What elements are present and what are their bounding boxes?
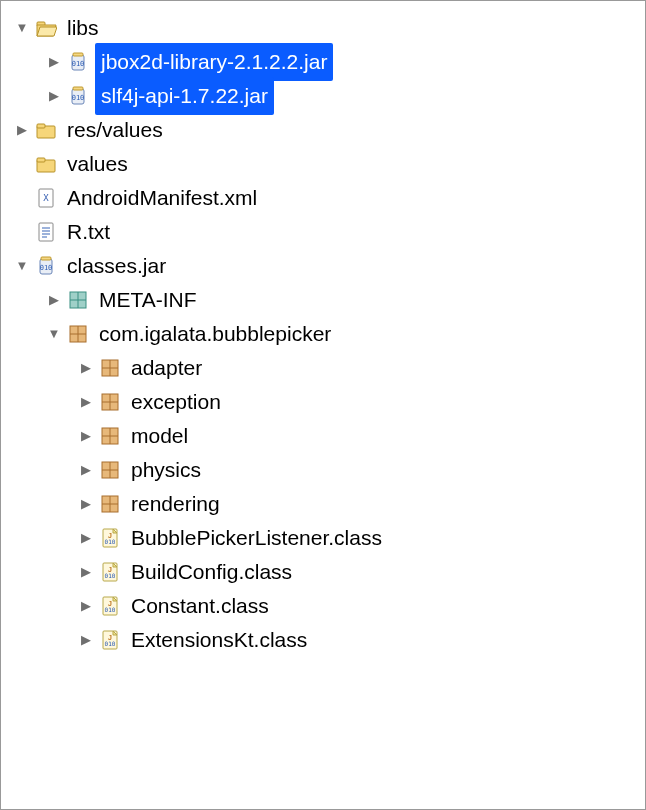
tree-item-label: BuildConfig.class [127, 555, 296, 589]
tree-item-resvalues[interactable]: ▶res/values [9, 113, 637, 147]
tree-item-values[interactable]: ▶values [9, 147, 637, 181]
txt-icon [35, 221, 57, 243]
package-icon [99, 459, 121, 481]
tree-item-libs[interactable]: ▼libs [9, 11, 637, 45]
package-icon [99, 357, 121, 379]
tree-item-rtxt[interactable]: ▶R.txt [9, 215, 637, 249]
file-tree[interactable]: ▼libs▶jbox2d-library-2.1.2.2.jar▶slf4j-a… [9, 11, 637, 657]
tree-item-slf4j[interactable]: ▶slf4j-api-1.7.22.jar [9, 79, 637, 113]
tree-item-label: rendering [127, 487, 224, 521]
tree-item-label: physics [127, 453, 205, 487]
package-blue-icon [67, 289, 89, 311]
jar-icon [67, 85, 89, 107]
chevron-down-icon[interactable]: ▼ [13, 11, 31, 45]
chevron-right-icon[interactable]: ▶ [77, 453, 95, 487]
jar-icon [67, 51, 89, 73]
package-icon [99, 493, 121, 515]
chevron-right-icon[interactable]: ▶ [45, 45, 63, 79]
tree-item-extkt[interactable]: ▶ExtensionsKt.class [9, 623, 637, 657]
tree-item-label: values [63, 147, 132, 181]
folder-icon [35, 119, 57, 141]
folder-open-icon [35, 17, 57, 39]
tree-item-buildconfig[interactable]: ▶BuildConfig.class [9, 555, 637, 589]
tree-item-physics[interactable]: ▶physics [9, 453, 637, 487]
chevron-right-icon[interactable]: ▶ [77, 623, 95, 657]
package-icon [67, 323, 89, 345]
chevron-right-icon[interactable]: ▶ [77, 385, 95, 419]
tree-item-label: model [127, 419, 192, 453]
tree-item-classesjar[interactable]: ▼classes.jar [9, 249, 637, 283]
tree-item-adapter[interactable]: ▶adapter [9, 351, 637, 385]
tree-item-label: R.txt [63, 215, 114, 249]
package-icon [99, 425, 121, 447]
class-icon [99, 527, 121, 549]
chevron-right-icon[interactable]: ▶ [77, 589, 95, 623]
tree-item-label: AndroidManifest.xml [63, 181, 261, 215]
tree-item-constant[interactable]: ▶Constant.class [9, 589, 637, 623]
chevron-right-icon[interactable]: ▶ [13, 113, 31, 147]
tree-item-label: BubblePickerListener.class [127, 521, 386, 555]
tree-item-label: libs [63, 11, 103, 45]
package-icon [99, 391, 121, 413]
chevron-down-icon[interactable]: ▼ [45, 317, 63, 351]
tree-item-label: exception [127, 385, 225, 419]
chevron-right-icon[interactable]: ▶ [77, 351, 95, 385]
chevron-down-icon[interactable]: ▼ [13, 249, 31, 283]
xml-icon [35, 187, 57, 209]
folder-icon [35, 153, 57, 175]
chevron-right-icon[interactable]: ▶ [45, 79, 63, 113]
tree-item-rootpkg[interactable]: ▼com.igalata.bubblepicker [9, 317, 637, 351]
tree-item-label: slf4j-api-1.7.22.jar [95, 77, 274, 115]
tree-item-manifest[interactable]: ▶AndroidManifest.xml [9, 181, 637, 215]
tree-item-metainf[interactable]: ▶META-INF [9, 283, 637, 317]
chevron-right-icon[interactable]: ▶ [77, 487, 95, 521]
tree-item-label: classes.jar [63, 249, 170, 283]
tree-item-label: com.igalata.bubblepicker [95, 317, 335, 351]
tree-item-label: res/values [63, 113, 167, 147]
tree-item-label: META-INF [95, 283, 201, 317]
tree-item-label: Constant.class [127, 589, 273, 623]
tree-item-label: jbox2d-library-2.1.2.2.jar [95, 43, 333, 81]
file-tree-panel: ▼libs▶jbox2d-library-2.1.2.2.jar▶slf4j-a… [0, 0, 646, 810]
tree-item-model[interactable]: ▶model [9, 419, 637, 453]
chevron-right-icon[interactable]: ▶ [77, 419, 95, 453]
class-icon [99, 561, 121, 583]
tree-item-label: ExtensionsKt.class [127, 623, 311, 657]
chevron-right-icon[interactable]: ▶ [45, 283, 63, 317]
tree-item-exception[interactable]: ▶exception [9, 385, 637, 419]
tree-item-bplistener[interactable]: ▶BubblePickerListener.class [9, 521, 637, 555]
chevron-right-icon[interactable]: ▶ [77, 521, 95, 555]
chevron-right-icon[interactable]: ▶ [77, 555, 95, 589]
jar-icon [35, 255, 57, 277]
tree-item-jbox2d[interactable]: ▶jbox2d-library-2.1.2.2.jar [9, 45, 637, 79]
class-icon [99, 595, 121, 617]
tree-item-rendering[interactable]: ▶rendering [9, 487, 637, 521]
class-icon [99, 629, 121, 651]
tree-item-label: adapter [127, 351, 206, 385]
